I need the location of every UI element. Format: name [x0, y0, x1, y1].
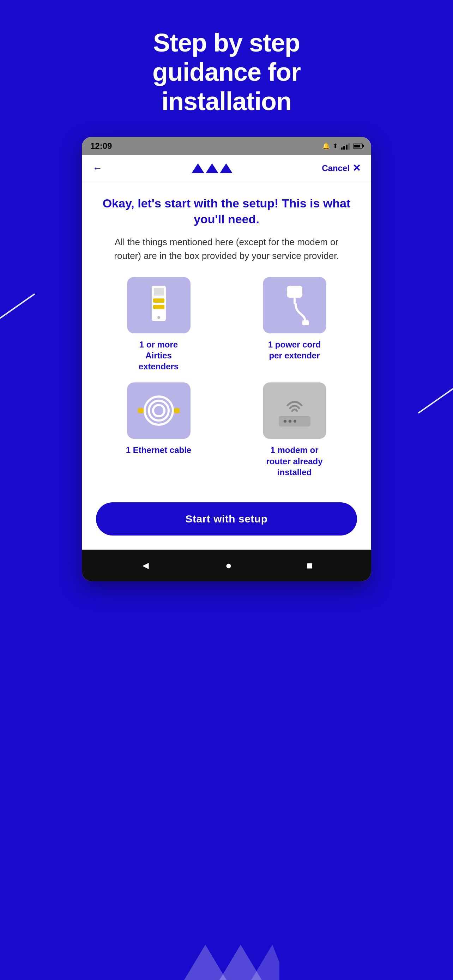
logo-chevron-2 — [206, 163, 218, 173]
svg-rect-2 — [153, 298, 164, 303]
extenders-label: 1 or more Airties extenders — [139, 339, 178, 372]
status-icons: 🔔 ⬆ — [322, 142, 363, 150]
signal-icon — [341, 143, 350, 150]
location-icon: ⬆ — [333, 142, 338, 150]
svg-point-17 — [289, 420, 291, 423]
logo-chevron-3 — [220, 163, 232, 173]
ethernet-icon-box — [127, 382, 191, 439]
router-icon — [272, 388, 318, 434]
bottom-chevrons-svg — [173, 924, 280, 980]
power-cord-icon-box — [263, 277, 326, 333]
cancel-label: Cancel — [322, 163, 350, 173]
svg-rect-11 — [138, 408, 144, 413]
android-back-button[interactable]: ◄ — [140, 560, 151, 571]
router-icon-box — [263, 382, 326, 439]
svg-rect-3 — [153, 305, 164, 309]
svg-point-4 — [157, 316, 160, 319]
start-setup-button[interactable]: Start with setup — [96, 502, 357, 536]
deco-line-right — [418, 388, 453, 414]
ethernet-icon — [136, 388, 182, 434]
power-cord-icon — [273, 282, 316, 328]
sub-text: All the things mentioned here (except fo… — [96, 235, 357, 263]
svg-rect-7 — [302, 320, 309, 325]
item-ethernet: 1 Ethernet cable — [96, 382, 221, 478]
svg-point-10 — [153, 405, 164, 416]
logo-chevron-1 — [192, 163, 204, 173]
extenders-icon — [141, 282, 176, 328]
app-header: ← Cancel ✕ — [82, 155, 371, 181]
svg-point-18 — [294, 420, 296, 423]
status-time: 12:09 — [90, 141, 112, 151]
phone-frame: 12:09 🔔 ⬆ ← Cancel ✕ — [82, 137, 371, 581]
main-heading: Okay, let's start with the setup! This i… — [96, 196, 357, 226]
notification-icon: 🔔 — [322, 142, 330, 150]
battery-icon — [353, 143, 363, 148]
svg-rect-5 — [287, 286, 302, 298]
item-power-cord: 1 power cord per extender — [232, 277, 357, 372]
android-nav-bar: ◄ ● ■ — [82, 550, 371, 581]
extenders-icon-box — [127, 277, 191, 333]
status-bar: 12:09 🔔 ⬆ — [82, 137, 371, 155]
svg-point-16 — [284, 420, 286, 423]
app-logo — [192, 163, 232, 173]
page-title: Step by step guidance for installation — [110, 0, 343, 137]
router-label: 1 modem or router already installed — [266, 444, 323, 478]
android-home-button[interactable]: ● — [226, 560, 232, 571]
item-extenders: 1 or more Airties extenders — [96, 277, 221, 372]
svg-point-9 — [149, 401, 168, 420]
app-content: Okay, let's start with the setup! This i… — [82, 181, 371, 550]
item-router: 1 modem or router already installed — [232, 382, 357, 478]
bottom-decoration — [173, 924, 280, 980]
cancel-button[interactable]: Cancel ✕ — [322, 162, 361, 174]
back-button[interactable]: ← — [92, 162, 102, 174]
svg-rect-1 — [154, 288, 164, 296]
ethernet-label: 1 Ethernet cable — [126, 444, 191, 455]
deco-line-left — [0, 294, 35, 319]
items-grid: 1 or more Airties extenders — [96, 277, 357, 478]
power-cord-label: 1 power cord per extender — [268, 339, 321, 361]
android-recents-button[interactable]: ■ — [306, 560, 313, 571]
svg-rect-13 — [174, 408, 180, 413]
cancel-icon: ✕ — [353, 162, 361, 174]
